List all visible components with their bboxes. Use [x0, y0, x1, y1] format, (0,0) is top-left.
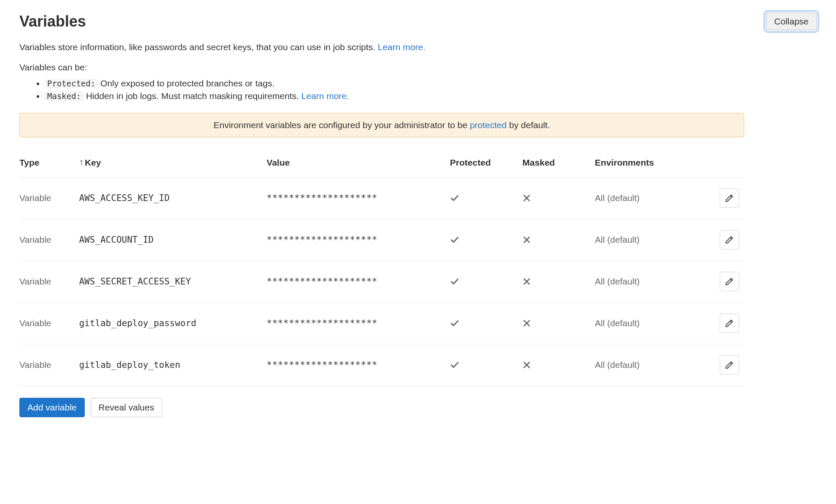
cell-masked [522, 303, 595, 344]
cell-protected [450, 303, 522, 344]
col-key-label: Key [85, 158, 101, 167]
cell-masked [522, 344, 595, 386]
cell-value: ******************** [267, 344, 450, 386]
col-type[interactable]: Type [19, 149, 79, 177]
cell-masked [522, 177, 595, 219]
banner-protected-link[interactable]: protected [470, 120, 507, 130]
cell-masked [522, 261, 595, 303]
check-icon [450, 193, 459, 203]
edit-variable-button[interactable] [720, 355, 739, 375]
col-masked[interactable]: Masked [522, 149, 595, 177]
pencil-icon [725, 360, 734, 370]
col-key[interactable]: ↑Key [79, 149, 267, 177]
cell-key: gitlab_deploy_password [79, 303, 267, 344]
edit-variable-button[interactable] [720, 188, 739, 208]
page-title: Variables [19, 13, 86, 30]
list-item: Protected: Only exposed to protected bra… [45, 78, 817, 88]
cell-type: Variable [19, 177, 79, 219]
cell-type: Variable [19, 303, 79, 344]
protected-code: Protected: [45, 79, 98, 88]
cell-environments: All (default) [595, 219, 718, 261]
reveal-values-button[interactable]: Reveal values [91, 398, 162, 417]
cell-value: ******************** [267, 177, 450, 219]
edit-variable-button[interactable] [720, 230, 739, 249]
pencil-icon [725, 235, 734, 244]
banner-text-before: Environment variables are configured by … [214, 120, 470, 130]
edit-variable-button[interactable] [720, 314, 739, 333]
edit-variable-button[interactable] [720, 272, 739, 291]
cell-value: ******************** [267, 261, 450, 303]
cell-key: gitlab_deploy_token [79, 344, 267, 386]
check-icon [450, 360, 459, 370]
x-icon [522, 277, 531, 286]
table-row: VariableAWS_SECRET_ACCESS_KEY***********… [19, 261, 744, 303]
pencil-icon [725, 319, 734, 328]
pencil-icon [725, 277, 734, 286]
check-icon [450, 319, 459, 328]
pencil-icon [725, 193, 734, 203]
info-banner: Environment variables are configured by … [19, 113, 744, 137]
check-icon [450, 235, 459, 244]
cell-type: Variable [19, 219, 79, 261]
cell-protected [450, 344, 522, 386]
table-row: VariableAWS_ACCOUNT_ID******************… [19, 219, 744, 261]
table-row: Variablegitlab_deploy_password**********… [19, 303, 744, 344]
cell-value: ******************** [267, 303, 450, 344]
cell-key: AWS_SECRET_ACCESS_KEY [79, 261, 267, 303]
table-row: Variablegitlab_deploy_token*************… [19, 344, 744, 386]
cell-protected [450, 261, 522, 303]
check-icon [450, 277, 459, 286]
add-variable-button[interactable]: Add variable [19, 398, 85, 417]
cell-protected [450, 219, 522, 261]
variables-table: Type ↑Key Value Protected Masked Environ… [19, 149, 744, 386]
x-icon [522, 236, 531, 244]
sort-asc-icon: ↑ [79, 157, 84, 167]
description: Variables store information, like passwo… [19, 42, 744, 52]
x-icon [522, 361, 531, 369]
cell-type: Variable [19, 344, 79, 386]
description-text: Variables store information, like passwo… [19, 42, 378, 52]
x-icon [522, 319, 531, 327]
variable-types-list: Protected: Only exposed to protected bra… [19, 78, 817, 101]
protected-desc: Only exposed to protected branches or ta… [98, 78, 274, 88]
cell-value: ******************** [267, 219, 450, 261]
collapse-button[interactable]: Collapse [766, 13, 817, 30]
cell-environments: All (default) [595, 261, 718, 303]
col-protected[interactable]: Protected [450, 149, 522, 177]
table-row: VariableAWS_ACCESS_KEY_ID***************… [19, 177, 744, 219]
cell-type: Variable [19, 261, 79, 303]
col-value[interactable]: Value [267, 149, 450, 177]
masked-learn-more-link[interactable]: Learn more. [301, 91, 349, 101]
masked-code: Masked: [45, 91, 83, 101]
cell-masked [522, 219, 595, 261]
x-icon [522, 194, 531, 202]
list-item: Masked: Hidden in job logs. Must match m… [45, 91, 817, 101]
learn-more-link[interactable]: Learn more. [378, 42, 426, 52]
masked-desc: Hidden in job logs. Must match masking r… [83, 91, 301, 101]
cell-key: AWS_ACCESS_KEY_ID [79, 177, 267, 219]
cell-environments: All (default) [595, 177, 718, 219]
cell-protected [450, 177, 522, 219]
banner-text-after: by default. [506, 120, 550, 130]
col-actions [718, 149, 744, 177]
col-environments[interactable]: Environments [595, 149, 718, 177]
cell-key: AWS_ACCOUNT_ID [79, 219, 267, 261]
cell-environments: All (default) [595, 344, 718, 386]
types-intro: Variables can be: [19, 62, 817, 72]
cell-environments: All (default) [595, 303, 718, 344]
